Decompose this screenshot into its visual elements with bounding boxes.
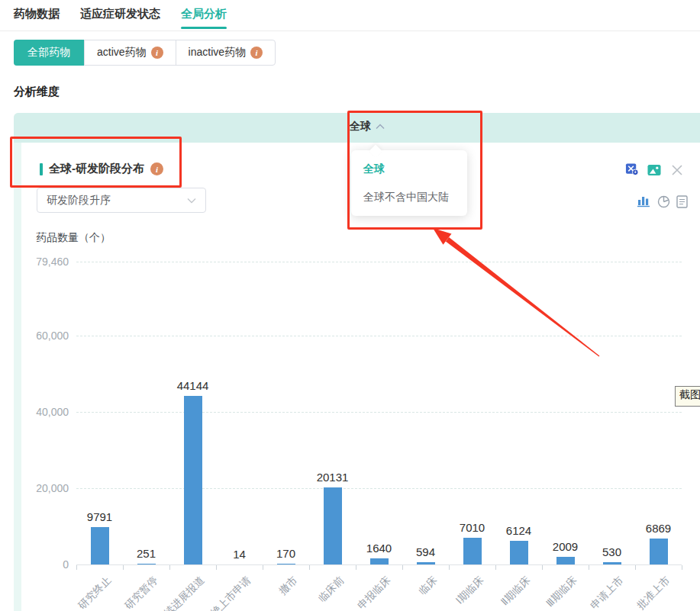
axis-tick — [216, 565, 217, 570]
axis-tick — [402, 565, 403, 570]
axis-tick — [356, 565, 356, 570]
scope-dropdown-trigger[interactable]: 全球 — [350, 120, 385, 133]
y-axis-title: 药品数量（个） — [36, 231, 111, 245]
bar[interactable] — [137, 564, 156, 564]
filter-active-drugs[interactable]: active药物 i — [84, 40, 176, 65]
filter-inactive-drugs[interactable]: inactive药物 i — [176, 40, 275, 65]
gridline — [76, 488, 682, 489]
scope-selected-label: 全球 — [350, 120, 371, 133]
bar-value-label: 170 — [252, 547, 321, 560]
scope-option-global[interactable]: 全球 — [351, 162, 467, 176]
filter-all-label: 全部药物 — [27, 46, 70, 59]
bar-value-label: 20131 — [298, 471, 367, 484]
axis-tick — [123, 565, 124, 570]
chart-title: 全球-研发阶段分布 — [49, 162, 144, 176]
bar-value-label: 9791 — [66, 510, 134, 523]
bar[interactable] — [417, 562, 435, 564]
title-marker — [40, 163, 43, 175]
y-axis-tick-label: 60,000 — [14, 330, 69, 342]
bar-value-label: 251 — [112, 547, 181, 560]
excel-export-icon[interactable] — [625, 162, 639, 176]
filter-active-label: active药物 — [97, 46, 147, 59]
gridline — [76, 336, 682, 336]
data-view-icon[interactable] — [675, 195, 689, 208]
x-axis-line — [76, 564, 682, 565]
axis-tick — [76, 565, 77, 570]
bar-value-label: 530 — [578, 545, 647, 558]
axis-tick — [309, 565, 310, 570]
y-axis-tick-label: 20,000 — [14, 482, 69, 494]
gridline — [76, 412, 682, 413]
info-icon[interactable]: i — [151, 47, 163, 59]
bar[interactable] — [324, 487, 342, 564]
close-icon[interactable] — [670, 163, 684, 177]
chart-card-header: 全球-研发阶段分布 i — [40, 162, 163, 176]
page: 药物数据 适应症研发状态 全局分析 全部药物 active药物 i inacti… — [0, 0, 700, 611]
pie-chart-view-icon[interactable] — [656, 195, 670, 208]
y-axis-tick-label: 0 — [14, 558, 69, 571]
chevron-down-icon — [187, 198, 196, 204]
scope-option-global-excl-china[interactable]: 全球不含中国大陆 — [351, 191, 467, 204]
filter-all-drugs[interactable]: 全部药物 — [14, 40, 84, 66]
y-axis-tick-label: 79,460 — [14, 256, 69, 268]
axis-tick — [169, 565, 170, 570]
bar-chart-view-icon[interactable] — [637, 195, 650, 208]
save-image-icon[interactable] — [647, 163, 661, 177]
scope-banner: 全球 — [14, 113, 700, 143]
scope-dropdown-menu: 全球 全球不含中国大陆 — [351, 150, 467, 216]
top-tab-bar: 药物数据 适应症研发状态 全局分析 — [0, 0, 700, 31]
bar[interactable] — [277, 564, 295, 564]
tab-indication-status[interactable]: 适应症研发状态 — [80, 7, 160, 21]
axis-tick — [542, 565, 543, 570]
axis-tick — [682, 565, 682, 570]
info-icon[interactable]: i — [250, 47, 263, 59]
bar[interactable] — [556, 557, 575, 564]
axis-tick — [589, 565, 589, 570]
bar[interactable] — [650, 539, 668, 564]
axis-tick — [263, 565, 263, 570]
bar[interactable] — [184, 396, 202, 564]
bar[interactable] — [463, 538, 482, 564]
snip-tooltip: 截图 — [675, 386, 700, 407]
bar[interactable] — [603, 562, 621, 564]
bar-value-label: 6869 — [624, 522, 693, 535]
drug-filter-group: 全部药物 active药物 i inactive药物 i — [14, 40, 276, 66]
bar-value-label: 594 — [392, 545, 460, 558]
tab-global-analysis[interactable]: 全局分析 — [181, 7, 227, 21]
chevron-up-icon — [376, 124, 385, 130]
info-icon[interactable]: i — [150, 162, 163, 175]
axis-tick — [495, 565, 496, 570]
axis-tick — [635, 565, 636, 570]
bar[interactable] — [510, 541, 528, 564]
tab-drug-data[interactable]: 药物数据 — [14, 7, 60, 21]
sort-order-select[interactable]: 研发阶段升序 — [37, 188, 206, 213]
section-title: 分析维度 — [14, 85, 60, 99]
y-axis-tick-label: 40,000 — [14, 406, 69, 418]
bar-value-label: 44144 — [159, 379, 227, 392]
bar-value-label: 6124 — [485, 524, 553, 537]
bar[interactable] — [370, 558, 389, 564]
filter-inactive-label: inactive药物 — [189, 46, 246, 59]
gridline — [76, 262, 682, 262]
axis-tick — [449, 565, 450, 570]
sort-order-value: 研发阶段升序 — [47, 194, 111, 207]
bar[interactable] — [91, 527, 109, 564]
